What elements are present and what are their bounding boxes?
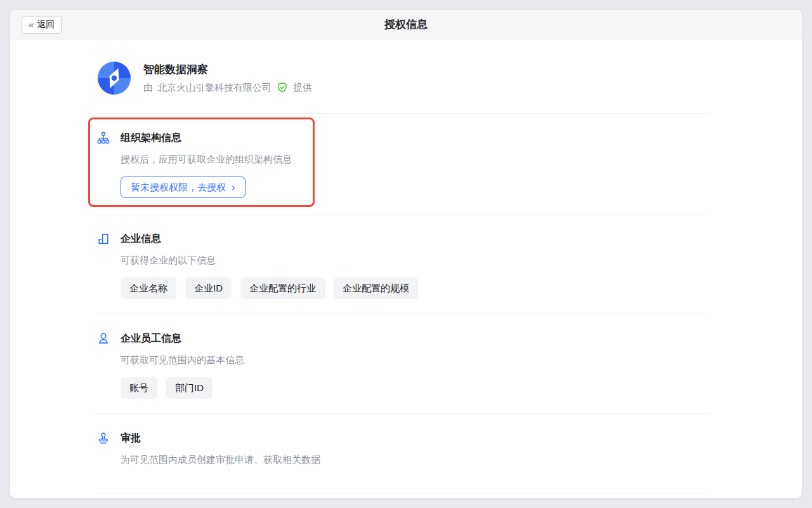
divider [95, 493, 710, 493]
person-icon [96, 331, 110, 345]
go-authorize-label: 暂未授权权限，去授权 [131, 182, 226, 194]
section-description: 授权后，应用可获取企业的组织架构信息 [121, 154, 710, 166]
section-title: 组织架构信息 [121, 131, 181, 145]
provider-prefix: 由 [143, 82, 153, 94]
section-org-structure: 组织架构信息 授权后，应用可获取企业的组织架构信息 暂未授权权限，去授权 › [95, 114, 710, 215]
app-name: 智能数据洞察 [143, 62, 312, 77]
chevron-right-icon: › [232, 182, 235, 192]
header-bar: « 返回 授权信息 [10, 10, 802, 39]
section-company-info: 企业信息 可获得企业的以下信息 企业名称 企业ID 企业配置的行业 企业配置的规… [95, 215, 710, 314]
app-provider-line: 由 北京火山引擎科技有限公司 提供 [143, 81, 312, 94]
company-icon [96, 232, 110, 246]
section-description: 为可见范围内成员创建审批申请、获取相关数据 [121, 454, 710, 466]
stamp-icon [96, 431, 110, 445]
back-button-label: 返回 [37, 19, 55, 30]
app-logo-compass-icon [96, 60, 132, 96]
permission-tag: 企业配置的规模 [334, 277, 418, 299]
section-staff-info: 企业员工信息 可获取可见范围内的基本信息 账号 部门ID [95, 314, 710, 413]
org-chart-icon [96, 131, 110, 145]
section-approval: 审批 为可见范围内成员创建审批申请、获取相关数据 [95, 414, 710, 493]
section-title: 审批 [121, 432, 141, 445]
app-info: 智能数据洞察 由 北京火山引擎科技有限公司 提供 [95, 39, 710, 96]
section-description: 可获得企业的以下信息 [121, 255, 710, 267]
section-title: 企业信息 [121, 232, 161, 246]
section-title: 企业员工信息 [121, 332, 181, 345]
provider-suffix: 提供 [293, 82, 312, 94]
permission-tag: 账号 [121, 377, 157, 399]
authorization-panel: « 返回 授权信息 智能数据洞察 [10, 10, 802, 498]
verified-shield-icon [276, 81, 289, 94]
go-authorize-button[interactable]: 暂未授权权限，去授权 › [121, 177, 246, 198]
permission-tag: 企业ID [185, 277, 232, 299]
permission-tag: 企业名称 [121, 277, 176, 299]
page-title: 授权信息 [10, 17, 802, 32]
main-content: 智能数据洞察 由 北京火山引擎科技有限公司 提供 [10, 39, 802, 493]
back-button[interactable]: « 返回 [22, 16, 62, 34]
permission-tag: 企业配置的行业 [240, 277, 325, 299]
app-identity-text: 智能数据洞察 由 北京火山引擎科技有限公司 提供 [143, 62, 312, 94]
back-chevron-icon: « [29, 20, 34, 29]
provider-name: 北京火山引擎科技有限公司 [157, 82, 272, 94]
section-description: 可获取可见范围内的基本信息 [121, 354, 710, 366]
permission-tag: 部门ID [166, 377, 213, 399]
